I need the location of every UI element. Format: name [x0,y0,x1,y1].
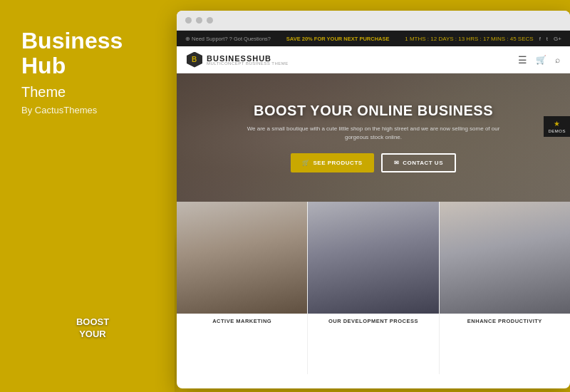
browser-dot-3 [207,17,213,24]
card-2: OUR DEVELOPMENT PROCESS [308,202,439,374]
mobile-hero-text: BOOST YOUR [76,316,109,341]
card-2-image [308,202,438,314]
browser-chrome [177,11,570,31]
see-products-button[interactable]: 🛒 SEE PRODUCTS [291,153,374,172]
nav-tagline: MULTICONCEPT BUSINESS THEME [207,61,289,66]
browser-dot-2 [196,17,202,24]
envelope-icon: ✉ [394,160,400,166]
browser-window: ⊕ Need Support? ? Got Questions? SAVE 20… [177,11,570,388]
person-sim-2 [308,202,438,314]
promo-bar-right: 1 MTHS : 12 DAYS : 13 HRS : 17 MINS : 45… [405,36,561,42]
hero-title: BOOST YOUR ONLINE BUSINESS [238,103,509,119]
promo-bar-center: SAVE 20% FOR YOUR NEXT PURCHASE [286,36,390,42]
hero-content: BOOST YOUR ONLINE BUSINESS We are a smal… [224,103,523,172]
card-1-image [177,202,307,314]
card-1-label: ACTIVE MARKETING [177,314,307,327]
nav-icons[interactable]: ☰ 🛒 ⌕ [518,54,560,66]
card-3-image [440,202,570,314]
hero-subtitle: We are a small boutique with a cute litt… [238,125,509,142]
promo-bar: ⊕ Need Support? ? Got Questions? SAVE 20… [177,31,570,46]
demos-badge-desktop[interactable]: ★ DEMOS [544,116,570,137]
demos-star-icon: ★ [554,120,560,128]
card-2-label: OUR DEVELOPMENT PROCESS [308,314,438,327]
card-3: ENHANCE PRODUCTIVITY [440,202,570,374]
hero-buttons: 🛒 SEE PRODUCTS ✉ CONTACT US [238,153,509,172]
cart-icon[interactable]: 🛒 [536,55,546,65]
hero-section: BOOST YOUR ONLINE BUSINESS We are a smal… [177,73,570,202]
brand-subtitle: Theme [21,84,153,100]
hamburger-icon[interactable]: ☰ [518,54,527,66]
card-1: ACTIVE MARKETING [177,202,308,374]
brand-by: By CactusThemes [21,105,153,115]
promo-bar-left: ⊕ Need Support? ? Got Questions? [185,36,271,42]
person-sim-1 [177,202,307,314]
cart-btn-icon: 🛒 [302,160,310,166]
bottom-section: ACTIVE MARKETING OUR DEVELOPMENT PROCESS… [177,202,570,374]
nav-logo: B BUSINESSHUB MULTICONCEPT BUSINESS THEM… [187,52,289,68]
search-icon[interactable]: ⌕ [555,55,560,65]
browser-dot-1 [185,17,192,24]
person-sim-3 [440,202,570,314]
contact-us-button[interactable]: ✉ CONTACT US [381,153,456,172]
card-3-label: ENHANCE PRODUCTIVITY [440,314,570,327]
nav-bar: B BUSINESSHUB MULTICONCEPT BUSINESS THEM… [177,46,570,73]
brand-title: Business Hub [21,29,153,78]
nav-logo-hex: B [187,52,202,68]
